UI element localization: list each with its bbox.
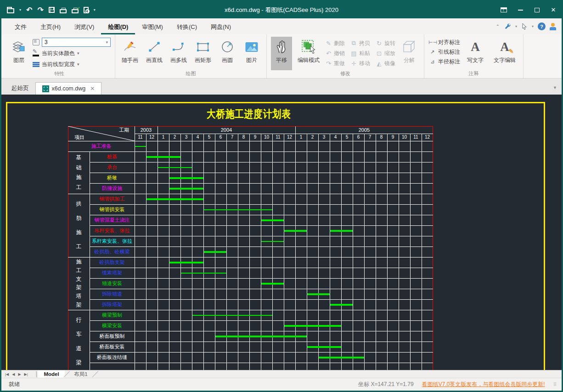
ribbon-group-properties: 图层 3 ▾ 当前实体颜色 ▾ xyxy=(4,34,115,78)
first-page-icon[interactable]: |◀ xyxy=(5,372,9,376)
last-page-icon[interactable]: ▶| xyxy=(24,372,28,376)
modify-item-4[interactable]: ▤粘贴 xyxy=(350,48,370,58)
layer-select[interactable]: 3 ▾ xyxy=(42,38,111,47)
modify-item-8[interactable]: ◭镜像 xyxy=(376,58,395,68)
explode-label: 分解 xyxy=(404,56,415,64)
task-label: 缆索塔架 xyxy=(90,268,135,278)
write-text-button[interactable]: A 写文字 xyxy=(463,37,487,70)
tab-start-page[interactable]: 起始页 xyxy=(5,82,35,95)
user-account-icon[interactable] xyxy=(550,23,556,30)
modify-item-0[interactable]: ✎删除 xyxy=(325,38,345,48)
modify-item-3[interactable]: ↶撤销 xyxy=(325,48,345,58)
print-check-icon[interactable] xyxy=(72,6,79,14)
edit-text-button[interactable]: A✎ 文字编辑 xyxy=(490,37,519,70)
annotate-item-0[interactable]: ⊢⊣对齐标注 xyxy=(428,39,460,46)
minimize-icon[interactable] xyxy=(512,4,529,17)
task-label: 横梁安装 xyxy=(90,320,135,331)
line-width-button[interactable]: 当前线型宽度 ▾ xyxy=(33,60,111,69)
open-folder-icon[interactable] xyxy=(7,6,14,14)
ribbon: 图层 3 ▾ 当前实体颜色 ▾ xyxy=(1,34,562,78)
promo-link[interactable]: 看图纸V7.0英文版发布，与看图纸会员版同步更新! xyxy=(422,381,545,388)
maximize-icon[interactable] xyxy=(529,4,545,17)
group-cell: 拱肋施工 xyxy=(68,194,90,257)
close-icon[interactable]: ✕ xyxy=(545,4,562,17)
prev-page-icon[interactable]: ◀ xyxy=(12,372,15,376)
help-icon[interactable]: ? xyxy=(538,22,546,30)
group-cell-char: 道 xyxy=(76,345,82,353)
gantt-table: 项目工期200320042005111212345678910111212345… xyxy=(68,126,433,370)
dropdown-arrow-icon[interactable]: ▾ xyxy=(515,24,517,28)
group-cell-char: 肋 xyxy=(76,214,82,222)
tab-list-dropdown-icon[interactable]: ▼ xyxy=(553,85,557,90)
modify-item-7[interactable]: ✛移动 xyxy=(350,58,370,68)
settings-wrench-icon[interactable] xyxy=(504,23,511,30)
next-page-icon[interactable]: ▶ xyxy=(18,372,21,376)
layers-icon xyxy=(12,39,26,55)
menu-tab-1[interactable]: 主页(H) xyxy=(34,19,68,34)
layout-tab-布局1[interactable]: 布局1 xyxy=(68,370,93,378)
pan-button[interactable]: 平移 xyxy=(271,37,292,70)
modify-item-2[interactable]: ↻旋转 xyxy=(376,38,395,48)
edit-mode-label: 编辑模式 xyxy=(298,56,320,64)
layers-button[interactable]: 图层 xyxy=(8,37,29,70)
layout-tab-Model[interactable]: Model xyxy=(38,370,64,378)
task-label: 砼拱肋支架 xyxy=(90,257,135,268)
float-window-icon[interactable] xyxy=(495,4,512,17)
erase-icon: ✎ xyxy=(325,40,332,47)
gantt-bar xyxy=(169,262,203,263)
explode-button[interactable]: 分解 xyxy=(399,37,420,70)
polyline-icon xyxy=(172,39,186,55)
chevron-down-icon: ▾ xyxy=(106,40,108,45)
print-icon[interactable] xyxy=(60,6,67,14)
entity-color-button[interactable]: 当前实体颜色 ▾ xyxy=(33,49,111,58)
year-label: 2003 xyxy=(135,126,158,134)
month-label: 3 xyxy=(180,134,192,141)
modify-item-6[interactable]: ↷重做 xyxy=(325,58,345,68)
print-preview-icon[interactable] xyxy=(84,6,89,14)
menu-tabs: 文件主页(H)浏览(V)绘图(D)审图(M)转换(C)网盘(N) xyxy=(8,19,238,34)
menu-tab-5[interactable]: 转换(C) xyxy=(170,19,204,34)
menu-tab-6[interactable]: 网盘(N) xyxy=(204,19,238,34)
menu-tab-4[interactable]: 审图(M) xyxy=(135,19,170,34)
grid-line xyxy=(249,134,250,370)
chevron-down-icon: ▾ xyxy=(77,62,79,67)
month-label: 8 xyxy=(238,134,249,141)
annotate-item-label: 半径标注 xyxy=(438,58,460,66)
drawing-canvas[interactable]: 大桥施工进度计划表 项目工期20032004200511121234567891… xyxy=(1,95,562,370)
cursor-select-icon[interactable] xyxy=(521,23,528,30)
close-tab-icon[interactable]: ✕ xyxy=(90,85,95,92)
toolbar-options-icon[interactable]: ▾ xyxy=(94,6,96,14)
modify-item-1[interactable]: ⧉拷贝 xyxy=(350,38,370,48)
annotate-item-1[interactable]: ↗引线标注 xyxy=(428,48,460,56)
tab-active-document[interactable]: x6d.com.dwg ✕ xyxy=(35,82,102,95)
undo-icon[interactable]: ↶ xyxy=(26,6,32,14)
draw-button-2[interactable]: 画多线 xyxy=(168,37,189,70)
redo-icon[interactable]: ↷ xyxy=(37,6,43,14)
modify-item-label: 拷贝 xyxy=(359,39,370,47)
modify-item-5[interactable]: ⊡缩放 xyxy=(376,48,395,58)
pan-hand-icon xyxy=(274,39,289,55)
save-icon[interactable] xyxy=(49,6,55,14)
draw-button-3[interactable]: 画矩形 xyxy=(192,37,214,70)
draw-button-0[interactable]: 随手画 xyxy=(119,37,141,70)
draw-button-4[interactable]: 画圆 xyxy=(217,37,238,70)
menu-tab-3[interactable]: 绘图(D) xyxy=(101,19,135,34)
draw-button-5[interactable]: 图片 xyxy=(241,37,262,70)
edit-mode-button[interactable]: 编辑模式 xyxy=(295,37,322,70)
group-cell-char: 架 xyxy=(76,301,82,309)
ribbon-group-modify: 平移 编辑模式 ✎删除⧉拷贝↻旋转↶撤销▤粘贴⊡缩放↷重做✛移动◭镜像 分解 修… xyxy=(267,34,424,78)
dropdown-arrow-icon[interactable]: ▾ xyxy=(19,6,21,14)
document-tab-bar: 起始页 x6d.com.dwg ✕ ▼ xyxy=(1,78,562,95)
draw-button-1[interactable]: 画直线 xyxy=(144,37,165,70)
menu-tab-0[interactable]: 文件 xyxy=(8,19,34,34)
collapse-ribbon-icon[interactable]: ⌃ xyxy=(496,24,500,29)
grid-line xyxy=(90,342,433,342)
grid-line xyxy=(295,126,296,370)
annotate-item-2[interactable]: ⊿半径标注 xyxy=(428,58,460,66)
ribbon-group-annotate: ⊢⊣对齐标注↗引线标注⊿半径标注 A 写文字 A✎ 文字编辑 注释 xyxy=(424,34,524,78)
annotate-item-label: 对齐标注 xyxy=(438,39,460,46)
dropdown-arrow-icon[interactable]: ▾ xyxy=(532,24,534,28)
group-cell: 行车道梁 xyxy=(68,310,90,370)
radius-dim-icon: ⊿ xyxy=(428,59,436,65)
menu-tab-2[interactable]: 浏览(V) xyxy=(68,19,101,34)
